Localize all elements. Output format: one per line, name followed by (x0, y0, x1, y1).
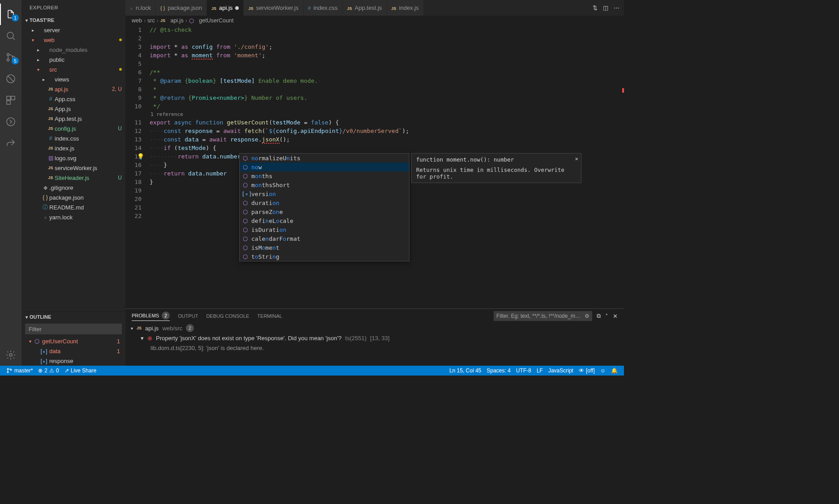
file-row[interactable]: ◆.gitignore (22, 183, 125, 192)
breadcrumb[interactable]: web› src› JS api.js› ⬡ getUserCount (125, 16, 624, 26)
settings-gear-icon[interactable] (0, 344, 22, 366)
panel-maximize-icon[interactable]: ˄ (605, 313, 608, 320)
autocomplete-item[interactable]: ⬡calendarFormat (240, 234, 409, 243)
problem-related[interactable]: lib.dom.d.ts[2230, 5]: 'json' is declare… (131, 343, 619, 353)
autocomplete-item[interactable]: ⬡parseZone (240, 207, 409, 216)
editor-tab[interactable]: ⬨n.lock (125, 0, 156, 16)
share-icon[interactable] (0, 132, 22, 154)
folder-row[interactable]: ▾src (22, 64, 125, 74)
file-row[interactable]: ▨logo.svg (22, 153, 125, 163)
breadcrumb-item[interactable]: api.js (170, 17, 183, 24)
editor-tab[interactable]: JSindex.js (387, 0, 424, 16)
svg-rect-9 (7, 101, 10, 104)
split-editor-icon[interactable]: ◫ (603, 4, 608, 11)
indentation-status[interactable]: Spaces: 4 (484, 367, 513, 374)
tab-terminal[interactable]: TERMINAL (257, 313, 282, 319)
close-icon[interactable]: × (575, 155, 578, 162)
svg-point-12 (7, 368, 9, 370)
autocomplete-item[interactable]: ⬡monthsShort (240, 180, 409, 189)
lightbulb-icon[interactable]: 💡 (137, 153, 144, 160)
scm-icon[interactable]: 5 (0, 47, 22, 68)
folder-row[interactable]: ▸server (22, 25, 125, 35)
search-icon[interactable] (0, 25, 22, 47)
problem-location: [13, 33] (370, 335, 389, 342)
collapse-all-icon[interactable]: ⧉ (597, 312, 601, 320)
remote-icon[interactable] (0, 111, 22, 132)
autocomplete-item[interactable]: ⬡duration (240, 198, 409, 207)
folder-row[interactable]: ▸public (22, 55, 125, 64)
file-row[interactable]: JSApp.js (22, 104, 125, 114)
project-header[interactable]: ▾TOAST'RE (22, 15, 125, 25)
tab-problems[interactable]: PROBLEMS 2 (132, 312, 170, 321)
encoding-status[interactable]: UTF-8 (513, 367, 534, 374)
folder-row[interactable]: ▸node_modules (22, 45, 125, 55)
tab-debug-console[interactable]: DEBUG CONSOLE (206, 313, 249, 319)
file-row[interactable]: JSSiteHeader.jsU (22, 173, 125, 183)
editor-tab[interactable]: JSApp.test.js (343, 0, 387, 16)
autocomplete-popup[interactable]: ⬡normalizeUnits⬡now⬡months⬡monthsShort[∘… (239, 153, 409, 261)
autocomplete-item[interactable]: ⬡defineLocale (240, 216, 409, 225)
more-icon[interactable]: ⋯ (614, 4, 620, 11)
eol-status[interactable]: LF (534, 367, 546, 374)
autocomplete-item[interactable]: ⬡now (240, 162, 409, 171)
debug-icon[interactable] (0, 68, 22, 90)
live-share-status[interactable]: ↗Live Share (62, 366, 99, 376)
autocomplete-item[interactable]: ⬡toString (240, 252, 409, 261)
autocomplete-item[interactable]: ⬡isMoment (240, 243, 409, 252)
outline-filter[interactable]: Filter (25, 324, 122, 334)
svg-point-3 (7, 59, 9, 61)
file-row[interactable]: ⬨yarn.lock (22, 212, 125, 222)
outline-item[interactable]: [∘]data1 (22, 346, 125, 356)
file-row[interactable]: JSconfig.jsU (22, 124, 125, 133)
svg-point-10 (7, 118, 15, 126)
explorer-icon[interactable]: 1 (0, 4, 22, 25)
compare-icon[interactable]: ⇅ (593, 4, 598, 11)
outline-item[interactable]: ▾⬡getUserCount1 (22, 336, 125, 346)
extensions-icon[interactable] (0, 90, 22, 111)
notifications-icon[interactable]: 🔔 (608, 367, 620, 374)
errors-status[interactable]: ⊗2 ⚠0 (35, 366, 61, 376)
breadcrumb-item[interactable]: web (132, 17, 142, 24)
problems-filter[interactable]: Filter. Eg: text, **/*.ts, !**/node_m…⚙ (494, 311, 592, 321)
problem-row[interactable]: ▾ ⊗ Property 'jsonX' does not exist on t… (131, 333, 619, 343)
folder-row[interactable]: ▾web (22, 35, 125, 45)
svg-point-14 (10, 369, 12, 371)
cursor-position[interactable]: Ln 15, Col 45 (447, 367, 484, 374)
svg-point-13 (7, 372, 9, 373)
preview-status[interactable]: 👁 [off] (576, 367, 598, 374)
folder-row[interactable]: ▸views (22, 74, 125, 84)
feedback-icon[interactable]: ☺ (598, 367, 608, 374)
outline-tree: ▾⬡getUserCount1[∘]data1[∘]response (22, 336, 125, 366)
project-name: TOAST'RE (30, 17, 54, 23)
editor-tab[interactable]: { }package.json (156, 0, 207, 16)
file-row[interactable]: { }package.json (22, 192, 125, 202)
file-row[interactable]: #App.css (22, 94, 125, 104)
breadcrumb-item[interactable]: src (147, 17, 155, 24)
outline-header[interactable]: ▾OUTLINE (22, 312, 125, 322)
file-row[interactable]: #index.css (22, 133, 125, 143)
branch-status[interactable]: master* (4, 366, 35, 376)
autocomplete-item[interactable]: ⬡months (240, 171, 409, 180)
doc-popup: function moment.now(): number Returns un… (411, 153, 581, 183)
autocomplete-item[interactable]: [∘]version (240, 189, 409, 198)
minimap-error-marker[interactable] (622, 88, 624, 93)
file-row[interactable]: JSindex.js (22, 143, 125, 153)
tab-output[interactable]: OUTPUT (178, 313, 198, 319)
outline-item[interactable]: [∘]response (22, 356, 125, 366)
autocomplete-item[interactable]: ⬡normalizeUnits (240, 154, 409, 162)
file-row[interactable]: ⓘREADME.md (22, 202, 125, 212)
codelens[interactable]: 1 reference (150, 111, 624, 119)
panel-close-icon[interactable]: ✕ (613, 313, 618, 320)
file-row[interactable]: JSapi.js2, U (22, 84, 125, 94)
editor-tab[interactable]: JSapi.js (207, 0, 244, 16)
breadcrumb-item[interactable]: getUserCount (199, 17, 233, 24)
file-row[interactable]: JSserviceWorker.js (22, 163, 125, 173)
problem-file-row[interactable]: ▾ JS api.js web/src 2 (131, 323, 619, 333)
editor-tab[interactable]: #index.css (304, 0, 343, 16)
problem-file-path: web/src (162, 325, 182, 332)
file-row[interactable]: JSApp.test.js (22, 114, 125, 124)
editor[interactable]: 12345678910111213141516171819202122 // @… (125, 26, 624, 308)
autocomplete-item[interactable]: ⬡isDuration (240, 225, 409, 234)
language-status[interactable]: JavaScript (546, 367, 576, 374)
editor-tab[interactable]: JSserviceWorker.js (244, 0, 303, 16)
